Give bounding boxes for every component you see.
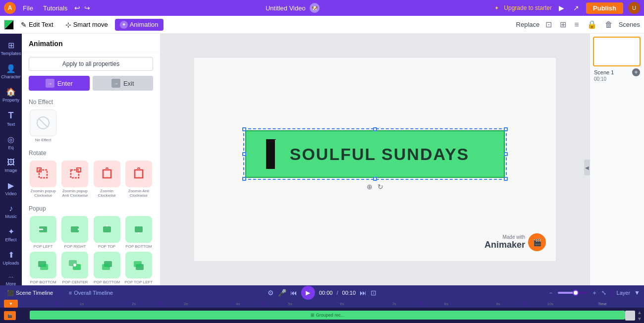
- sidebar-item-effect[interactable]: ✦ Effect: [1, 224, 21, 245]
- timeline-right-controls: － ＋ ⤡ | Layer ▼: [548, 288, 640, 297]
- scene-1-thumb[interactable]: [593, 37, 641, 66]
- divider-vert: |: [610, 288, 612, 297]
- sidebar-item-music[interactable]: ♪ Music: [1, 201, 21, 222]
- zoom-in-button[interactable]: ＋: [591, 289, 597, 297]
- effect-rotate-2[interactable]: Zoomin popup Anti Clockwise: [60, 161, 89, 198]
- sidebar-item-image[interactable]: 🖼 Image: [1, 155, 21, 176]
- effect-no-effect[interactable]: No Effect: [29, 109, 57, 143]
- timeline-header: ⬛ Scene Timeline | ≡ Overall Timeline ⚙ …: [0, 286, 644, 300]
- effect-pop-left[interactable]: POP LEFT: [29, 216, 57, 249]
- align-icon[interactable]: ≡: [572, 19, 581, 30]
- effect-rotate-4[interactable]: Zoomin Anti Clockwise: [124, 161, 153, 198]
- zoom-out-button[interactable]: －: [548, 289, 554, 297]
- settings-icon[interactable]: ⚙: [268, 289, 274, 297]
- user-avatar[interactable]: U: [628, 2, 640, 14]
- track-collapse-icon[interactable]: ▼: [637, 316, 642, 322]
- effect-pop-right[interactable]: POP RIGHT: [60, 216, 89, 249]
- rotate-handle[interactable]: ↻: [377, 183, 383, 191]
- redo-button[interactable]: ↪: [84, 4, 90, 12]
- eq-label: Eq: [8, 145, 13, 150]
- zoom-slider[interactable]: [558, 292, 588, 294]
- title-display: SOULFUL SUNDAYS: [275, 140, 484, 169]
- effect-pop-bottom-left[interactable]: POP BOTTOM LEFT: [93, 252, 121, 285]
- effect-pop-bottom-right[interactable]: POP BOTTOM RIGHT: [29, 252, 57, 285]
- collapse-panel-button[interactable]: ◀: [584, 160, 590, 175]
- file-menu[interactable]: File: [20, 3, 36, 13]
- skip-forward-button[interactable]: ⏭: [360, 289, 367, 297]
- sidebar-item-character[interactable]: 👤 Character: [1, 61, 21, 82]
- effect-pop-bottom[interactable]: POP BOTTOM: [124, 216, 153, 249]
- skip-back-button[interactable]: ⏮: [290, 289, 297, 297]
- sidebar-item-uploads[interactable]: ⬆ Uploads: [1, 247, 21, 269]
- grid-icon[interactable]: ⊞: [558, 19, 568, 30]
- track-bar-area[interactable]: ⊞ Grouped rec...: [30, 311, 635, 321]
- pop-center-label: POP CENTER: [62, 280, 88, 285]
- handle-bottom-left[interactable]: [242, 177, 246, 181]
- enter-label: Enter: [57, 80, 73, 87]
- effect-pop-top[interactable]: POP TOP: [93, 216, 121, 249]
- mic-icon[interactable]: 🎤: [278, 289, 286, 297]
- track-expand-icon[interactable]: ▲: [637, 310, 642, 315]
- canvas-area[interactable]: SOULFUL SUNDAYS ⊕ ↻: [161, 34, 590, 285]
- track-end-thumb[interactable]: [625, 311, 635, 321]
- crop-icon[interactable]: ⊡: [543, 19, 554, 30]
- svg-line-1: [39, 119, 47, 127]
- dog-badge: 🐶: [310, 3, 320, 13]
- fit-icon[interactable]: ⤡: [601, 289, 606, 296]
- sidebar-item-video[interactable]: ▶ Video: [1, 178, 21, 199]
- overall-timeline-tab[interactable]: ≡ Overall Timeline: [66, 289, 116, 297]
- delete-icon[interactable]: 🗑: [603, 19, 615, 30]
- smart-move-tab[interactable]: ⊹ Smart move: [60, 19, 113, 31]
- effect-pop-top-left[interactable]: POP TOP LEFT: [124, 252, 153, 285]
- app-logo[interactable]: A: [4, 2, 16, 14]
- logo-letter: A: [8, 4, 12, 11]
- sidebar-item-text[interactable]: T Text: [1, 108, 21, 130]
- sidebar-item-templates[interactable]: ⊞ Templates: [1, 38, 21, 59]
- handle-top-right[interactable]: [504, 127, 508, 131]
- effect-label: Effect: [5, 237, 17, 242]
- handle-top-center[interactable]: [373, 127, 377, 131]
- sidebar-item-eq[interactable]: ◎ Eq: [1, 132, 21, 153]
- animation-tab[interactable]: ✦ Animation: [115, 19, 163, 31]
- upgrade-button[interactable]: Upgrade to starter: [504, 4, 552, 11]
- publish-button[interactable]: Publish: [586, 2, 623, 14]
- topbar-right: ✦ Upgrade to starter ▶ ↗ Publish U: [494, 2, 640, 14]
- ruler-mark-time: Time: [576, 302, 628, 306]
- selected-element[interactable]: SOULFUL SUNDAYS ⊕ ↻: [243, 128, 507, 191]
- subtitle-icon[interactable]: ⊡: [371, 289, 376, 297]
- color-swatch[interactable]: [4, 20, 14, 30]
- play-preview-icon[interactable]: ▶: [557, 3, 566, 13]
- enter-button[interactable]: → Enter: [29, 76, 90, 91]
- scenes-label: Scenes: [619, 21, 640, 28]
- move-icon[interactable]: ⊕: [367, 183, 373, 191]
- lock-icon[interactable]: 🔒: [585, 19, 599, 30]
- effect-rotate-3[interactable]: Zoomin Clockwise: [93, 161, 121, 198]
- replace-button[interactable]: Replace: [516, 21, 540, 28]
- layer-expand-button[interactable]: ▼: [634, 289, 640, 296]
- zoom-handle[interactable]: [573, 290, 579, 296]
- exit-button[interactable]: → Exit: [93, 76, 154, 91]
- track-bar[interactable]: ⊞ Grouped rec...: [30, 311, 625, 320]
- svg-rect-2: [103, 170, 111, 178]
- edit-text-tab[interactable]: ✎ Edit Text: [16, 19, 58, 31]
- effect-rotate-1[interactable]: Zoomin popup Clockwise: [29, 161, 57, 198]
- animation-icon: ✦: [120, 21, 128, 29]
- pop-top-thumb: [94, 216, 120, 243]
- canvas-bg[interactable]: SOULFUL SUNDAYS ⊕ ↻: [194, 58, 556, 261]
- handle-bottom-right[interactable]: [504, 177, 508, 181]
- undo-button[interactable]: ↩: [74, 4, 80, 12]
- play-button[interactable]: ▶: [301, 286, 315, 300]
- add-scene-button[interactable]: +: [632, 68, 640, 76]
- handle-mid-left[interactable]: [242, 152, 246, 156]
- effect-pop-center[interactable]: POP CENTER: [60, 252, 89, 285]
- handle-top-left[interactable]: [242, 127, 246, 131]
- tutorials-menu[interactable]: Tutorials: [40, 3, 70, 13]
- ruler-marks: 1s 2s 3s 4s 5s 6s 7s 8s 9s 10s Time: [55, 302, 628, 306]
- apply-all-button[interactable]: Apply to all properties: [29, 57, 153, 71]
- share-icon[interactable]: ↗: [571, 3, 581, 13]
- ruler-mark-1: 1s: [55, 302, 107, 306]
- handle-mid-right[interactable]: [504, 152, 508, 156]
- scene-timeline-tab[interactable]: ⬛ Scene Timeline: [4, 289, 56, 297]
- handle-bottom-center[interactable]: [373, 177, 377, 181]
- sidebar-item-property[interactable]: 🏠 Property: [1, 84, 21, 106]
